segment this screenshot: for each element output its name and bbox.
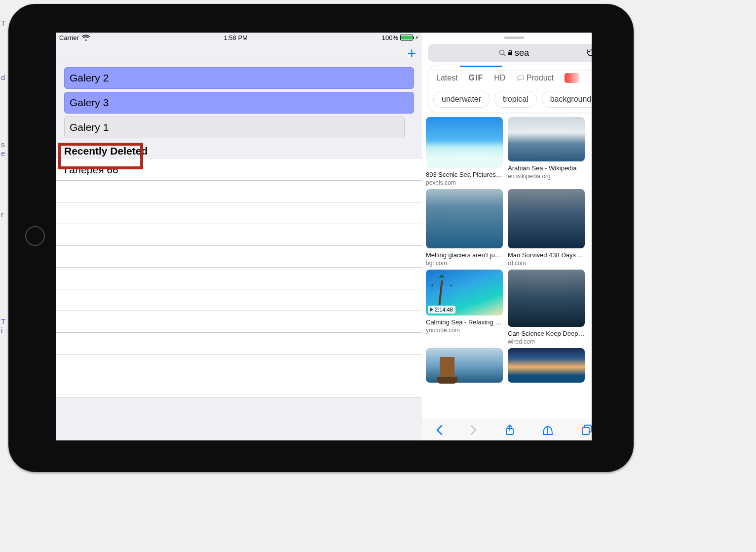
result-thumbnail[interactable] xyxy=(508,270,585,327)
result-title: 893 Scenic Sea Pictures · P… xyxy=(426,171,503,178)
battery-icon xyxy=(400,35,413,40)
search-icon xyxy=(499,49,506,56)
list-item-empty xyxy=(56,289,422,311)
battery-pct: 100% xyxy=(382,34,398,41)
gallery-list[interactable]: Galery 2 Galery 3 Galery 1 Recently Dele… xyxy=(56,64,422,440)
result-card[interactable]: Melting glaciers aren't just …bgr.com xyxy=(426,189,503,267)
chip[interactable]: underwater xyxy=(433,91,490,108)
list-item[interactable]: Galery 2 xyxy=(64,67,414,89)
search-tools: Latest GIF HD 🏷 Product underwater tropi… xyxy=(422,65,592,117)
add-button[interactable]: + xyxy=(407,46,416,61)
list-item-empty xyxy=(56,376,422,398)
filter-hd[interactable]: HD xyxy=(494,74,505,82)
clock: 1:58 PM xyxy=(224,34,248,41)
reload-icon[interactable] xyxy=(586,48,592,57)
home-button[interactable] xyxy=(25,226,45,246)
result-title: Can Science Keep Deep Se… xyxy=(508,330,585,337)
list-item-empty xyxy=(56,181,422,202)
result-card[interactable]: Man Survived 438 Days Stu…rd.com xyxy=(508,189,585,267)
forward-button xyxy=(470,425,477,435)
result-card[interactable]: Can Science Keep Deep Se…wired.com xyxy=(508,270,585,345)
list-item[interactable]: Galery 3 xyxy=(64,92,414,114)
chip[interactable]: background xyxy=(542,91,592,108)
list-item-empty xyxy=(56,268,422,289)
result-source: pexels.com xyxy=(426,179,503,186)
list-item-empty xyxy=(56,224,422,246)
result-title: Calming Sea - Relaxing 2 H… xyxy=(426,318,503,326)
color-filter[interactable] xyxy=(565,73,579,83)
result-source: en.wikipedia.org xyxy=(508,173,585,180)
gallery-app: Carrier 1:58 PM 100% ⚡︎ + Galery 2 Galer… xyxy=(56,33,422,440)
address-bar[interactable]: sea xyxy=(428,44,592,62)
slide-over-grabber[interactable] xyxy=(504,37,524,39)
url-text: sea xyxy=(515,48,529,58)
svg-rect-2 xyxy=(508,52,512,55)
list-item-label: Galery 1 xyxy=(70,121,109,133)
section-header: Recently Deleted xyxy=(56,142,422,159)
list-item-empty xyxy=(56,333,422,355)
lock-icon xyxy=(508,50,513,56)
list-item-empty xyxy=(56,246,422,268)
filter-product[interactable]: 🏷 Product xyxy=(516,74,554,82)
charging-icon: ⚡︎ xyxy=(415,35,419,41)
svg-line-1 xyxy=(504,54,506,56)
result-thumbnail[interactable] xyxy=(508,117,585,161)
ipad-screen: Carrier 1:58 PM 100% ⚡︎ + Galery 2 Galer… xyxy=(56,33,592,440)
list-item-empty xyxy=(56,355,422,376)
tabs-button[interactable] xyxy=(581,425,592,435)
image-results[interactable]: 893 Scenic Sea Pictures · P…pexels.comAr… xyxy=(422,117,592,419)
result-source: bgr.com xyxy=(426,260,503,267)
result-source: youtube.com xyxy=(426,327,503,334)
list-item-empty xyxy=(56,311,422,333)
safari-app: sea Latest GIF HD 🏷 Product underwater xyxy=(422,33,592,440)
chip[interactable]: tropical xyxy=(494,91,537,108)
list-item-label: Galery 2 xyxy=(70,72,109,84)
list-item-dragging[interactable]: Galery 1 xyxy=(64,117,405,138)
ipad-frame: Carrier 1:58 PM 100% ⚡︎ + Galery 2 Galer… xyxy=(8,4,634,472)
list-item-label: Галерея 66 xyxy=(64,164,118,176)
result-title: Melting glaciers aren't just … xyxy=(426,251,503,259)
filter-gif[interactable]: GIF xyxy=(469,74,484,82)
result-card[interactable]: 893 Scenic Sea Pictures · P…pexels.com xyxy=(426,117,503,186)
navigation-bar: + xyxy=(56,42,422,64)
list-item-label: Galery 3 xyxy=(70,97,109,109)
video-duration-badge: 2:14:48 xyxy=(428,306,455,314)
result-title: Arabian Sea - Wikipedia xyxy=(508,164,585,172)
result-card[interactable]: Arabian Sea - Wikipediaen.wikipedia.org xyxy=(508,117,585,186)
result-thumbnail[interactable] xyxy=(508,189,585,248)
status-bar: Carrier 1:58 PM 100% ⚡︎ xyxy=(56,33,422,42)
filter-latest[interactable]: Latest xyxy=(436,74,458,82)
result-source: wired.com xyxy=(508,338,585,345)
safari-toolbar xyxy=(422,419,592,440)
share-button[interactable] xyxy=(505,424,515,436)
result-card[interactable] xyxy=(508,348,585,383)
svg-rect-7 xyxy=(582,428,589,434)
list-item-empty xyxy=(56,202,422,224)
bookmarks-button[interactable] xyxy=(542,425,554,435)
list-item[interactable]: Галерея 66 xyxy=(56,159,422,181)
result-thumbnail[interactable] xyxy=(426,117,503,168)
result-card[interactable] xyxy=(426,348,503,383)
result-title: Man Survived 438 Days Stu… xyxy=(508,251,585,259)
result-card[interactable]: 2:14:48Calming Sea - Relaxing 2 H…youtub… xyxy=(426,270,503,345)
result-thumbnail[interactable] xyxy=(508,348,585,383)
wifi-icon xyxy=(82,35,90,40)
back-button[interactable] xyxy=(436,425,443,435)
result-source: rd.com xyxy=(508,260,585,267)
tag-icon: 🏷 xyxy=(516,74,524,82)
result-thumbnail[interactable] xyxy=(426,189,503,248)
carrier-label: Carrier xyxy=(59,34,79,41)
